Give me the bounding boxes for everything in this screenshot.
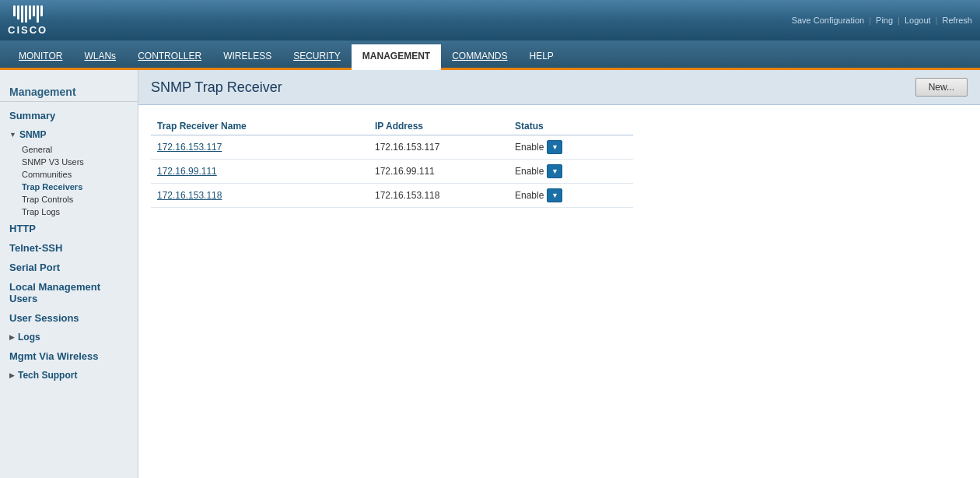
main-header: SNMP Trap Receiver New...: [138, 70, 980, 105]
sidebar-tech-support-group[interactable]: ▶ Tech Support: [0, 365, 138, 384]
sidebar-item-user-sessions[interactable]: User Sessions: [0, 308, 138, 327]
status-dropdown: Enable▼: [515, 188, 627, 202]
sidebar-item-snmp-v3-users[interactable]: SNMP V3 Users: [0, 156, 138, 168]
sidebar-item-logs[interactable]: Logs: [18, 332, 40, 343]
logo-area: CISCO: [8, 5, 55, 36]
sidebar-item-mgmt-via-wireless[interactable]: Mgmt Via Wireless: [0, 346, 138, 365]
sidebar-logs-group[interactable]: ▶ Logs: [0, 327, 138, 346]
layout: Management Summary ▼ SNMP General SNMP V…: [0, 70, 980, 478]
status-cell: Enable▼: [509, 135, 633, 160]
trap-receiver-name-cell[interactable]: 172.16.153.117: [151, 135, 369, 160]
status-dropdown: Enable▼: [515, 140, 627, 154]
status-dropdown: Enable▼: [515, 164, 627, 178]
col-trap-receiver-name: Trap Receiver Name: [151, 118, 369, 135]
sidebar-item-trap-receivers[interactable]: Trap Receivers: [0, 181, 138, 193]
sidebar-item-snmp[interactable]: SNMP: [19, 129, 47, 140]
sep3: |: [936, 16, 938, 25]
bar2: [17, 5, 19, 19]
table-row: 172.16.153.118172.16.153.118Enable▼: [151, 184, 633, 208]
cisco-logo: CISCO: [8, 5, 47, 36]
status-cell: Enable▼: [509, 160, 633, 184]
table-body: 172.16.153.117172.16.153.117Enable▼172.1…: [151, 135, 633, 208]
sidebar-item-summary[interactable]: Summary: [0, 105, 138, 125]
trap-receiver-table: Trap Receiver Name IP Address Status 172…: [151, 118, 633, 208]
nav-wlans[interactable]: WLANs: [73, 44, 127, 70]
status-dropdown-button[interactable]: ▼: [547, 164, 562, 178]
trap-receiver-name-cell[interactable]: 172.16.99.111: [151, 160, 369, 184]
top-links: Save Configuration | Ping | Logout | Ref…: [792, 16, 972, 25]
sidebar-section-header: Management: [0, 76, 138, 102]
bar7: [37, 5, 39, 23]
nav-commands[interactable]: COMMANDS: [441, 44, 518, 70]
nav-wireless[interactable]: WIRELESS: [212, 44, 282, 70]
nav-help[interactable]: HELP: [519, 44, 565, 70]
ip-address-cell: 172.16.99.111: [369, 160, 509, 184]
sidebar-item-trap-logs[interactable]: Trap Logs: [0, 206, 138, 218]
snmp-arrow-icon: ▼: [9, 131, 16, 139]
sidebar-item-communities[interactable]: Communities: [0, 168, 138, 181]
sidebar-item-trap-controls[interactable]: Trap Controls: [0, 193, 138, 206]
table-header-row: Trap Receiver Name IP Address Status: [151, 118, 633, 135]
bar1: [13, 5, 16, 16]
bar3: [21, 5, 23, 23]
sidebar-item-http[interactable]: HTTP: [0, 218, 138, 237]
status-text: Enable: [515, 190, 544, 201]
status-text: Enable: [515, 166, 544, 177]
save-configuration-link[interactable]: Save Configuration: [792, 16, 865, 25]
ip-address-cell: 172.16.153.117: [369, 135, 509, 160]
nav-controller[interactable]: CONTROLLER: [127, 44, 212, 70]
cisco-text: CISCO: [8, 24, 47, 36]
bar5: [29, 5, 31, 19]
sidebar-item-telnet-ssh[interactable]: Telnet-SSH: [0, 237, 138, 257]
bar8: [40, 5, 43, 16]
bar6: [33, 5, 35, 16]
logs-arrow-icon: ▶: [9, 333, 15, 341]
col-ip-address: IP Address: [369, 118, 509, 135]
sidebar: Management Summary ▼ SNMP General SNMP V…: [0, 70, 138, 478]
logout-link[interactable]: Logout: [905, 16, 931, 25]
sidebar-item-local-mgmt-users[interactable]: Local Management Users: [0, 276, 138, 308]
page-title: SNMP Trap Receiver: [151, 79, 282, 96]
sep1: |: [869, 16, 871, 25]
sidebar-item-serial-port[interactable]: Serial Port: [0, 257, 138, 276]
status-text: Enable: [515, 142, 544, 153]
status-dropdown-button[interactable]: ▼: [547, 140, 562, 154]
nav-monitor[interactable]: MONITOR: [8, 44, 73, 70]
sidebar-item-general[interactable]: General: [0, 143, 138, 156]
topbar: CISCO Save Configuration | Ping | Logout…: [0, 0, 980, 40]
trap-receiver-name-cell[interactable]: 172.16.153.118: [151, 184, 369, 208]
sidebar-item-tech-support[interactable]: Tech Support: [18, 370, 77, 381]
col-status: Status: [509, 118, 633, 135]
ping-link[interactable]: Ping: [876, 16, 893, 25]
new-button[interactable]: New...: [915, 78, 968, 97]
table-row: 172.16.153.117172.16.153.117Enable▼: [151, 135, 633, 160]
sep2: |: [898, 16, 900, 25]
ip-address-cell: 172.16.153.118: [369, 184, 509, 208]
nav-management[interactable]: MANAGEMENT: [352, 44, 441, 70]
nav-security[interactable]: SECURITY: [282, 44, 352, 70]
table-row: 172.16.99.111172.16.99.111Enable▼: [151, 160, 633, 184]
content-area: Trap Receiver Name IP Address Status 172…: [138, 105, 980, 220]
main-content: SNMP Trap Receiver New... Trap Receiver …: [138, 70, 980, 478]
bar4: [25, 5, 27, 23]
sidebar-snmp-group[interactable]: ▼ SNMP: [0, 125, 138, 143]
status-dropdown-button[interactable]: ▼: [547, 188, 562, 202]
refresh-link[interactable]: Refresh: [942, 16, 972, 25]
tech-support-arrow-icon: ▶: [9, 371, 15, 379]
cisco-bars-icon: [13, 5, 43, 23]
navbar: MONITOR WLANs CONTROLLER WIRELESS SECURI…: [0, 40, 980, 70]
status-cell: Enable▼: [509, 184, 633, 208]
